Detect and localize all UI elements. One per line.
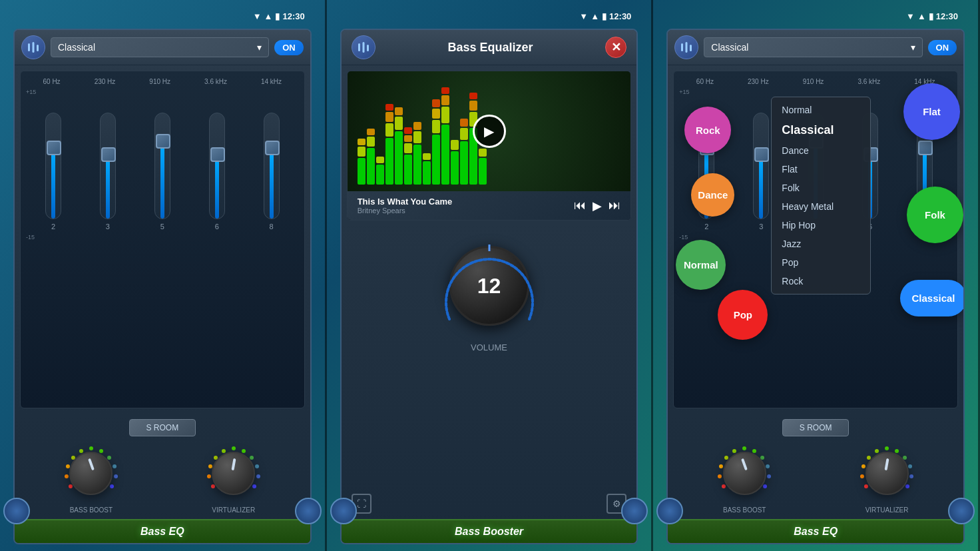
svg-point-41 <box>766 464 770 468</box>
left-bottom-nav: Bass EQ <box>15 519 310 543</box>
bubble-normal[interactable]: Normal <box>676 240 726 290</box>
play-small-btn[interactable]: ▶ <box>593 199 602 213</box>
dropdown-item-folk[interactable]: Folk <box>772 179 870 197</box>
svg-point-20 <box>232 446 236 450</box>
prev-btn[interactable]: ⏮ <box>574 199 586 213</box>
svg-point-37 <box>732 449 736 453</box>
middle-panel: ▼ ▲ ▮ 12:30 Bass Equalizer ✕ <box>327 0 654 551</box>
left-signal-icon: ▼ <box>253 11 262 21</box>
volume-knob-ring[interactable]: 12 <box>436 233 543 339</box>
svg-point-45 <box>860 474 864 478</box>
dropdown-item-pop[interactable]: Pop <box>772 253 870 272</box>
bubble-pop[interactable]: Pop <box>718 290 768 340</box>
left-time: 12:30 <box>282 11 304 21</box>
right-equalizer-icon <box>680 41 693 54</box>
left-preset-dropdown[interactable]: Classical ▾ <box>51 37 269 57</box>
right-app-container: Classical ▾ ON 60 Hz 230 Hz 910 Hz 3.6 k… <box>666 29 965 544</box>
bubble-classical[interactable]: Classical <box>900 280 965 316</box>
dropdown-item-jazz[interactable]: Jazz <box>772 235 870 253</box>
svg-rect-26 <box>358 43 360 51</box>
bubble-folk[interactable]: Folk <box>907 187 963 243</box>
left-virtualizer-knob[interactable]: VIRTUALIZER <box>204 443 264 514</box>
middle-network-icon: ▲ <box>591 11 599 21</box>
left-bass-boost-knob[interactable]: BASS BOOST <box>61 443 121 514</box>
settings-icon: ⚙ <box>612 498 621 509</box>
dropdown-item-normal[interactable]: Normal <box>772 101 870 119</box>
svg-point-4 <box>69 484 73 488</box>
right-toggle[interactable]: ON <box>928 40 957 55</box>
middle-status-bar: ▼ ▲ ▮ 12:30 <box>340 7 638 25</box>
left-preset-label: Classical <box>58 42 95 53</box>
left-panel: ▼ ▲ ▮ 12:30 Classical ▾ ON <box>0 0 327 551</box>
dropdown-item-hip-hop[interactable]: Hip Hop <box>772 216 870 235</box>
left-virtualizer-label: VIRTUALIZER <box>212 506 255 514</box>
media-player: ▶ This Is What You Came Britney Spears ⏮… <box>347 71 632 221</box>
right-virtualizer-knob[interactable]: VIRTUALIZER <box>857 443 917 514</box>
song-artist: Britney Spears <box>358 207 453 215</box>
song-info-bar: This Is What You Came Britney Spears ⏮ ▶… <box>348 191 631 220</box>
left-eq-icon-btn[interactable] <box>21 35 45 59</box>
left-slider-60hz[interactable]: 2 <box>45 113 61 231</box>
right-time: 12:30 <box>936 11 958 21</box>
left-corner-deco-left <box>3 498 30 524</box>
left-s-room-btn[interactable]: S ROOM <box>129 419 196 436</box>
dropdown-item-flat[interactable]: Flat <box>772 160 870 179</box>
play-btn[interactable]: ▶ <box>473 115 506 148</box>
left-sliders-area: 60 Hz 230 Hz 910 Hz 3.6 kHz 14 kHz +15 <box>20 71 305 408</box>
left-toggle[interactable]: ON <box>274 40 304 55</box>
right-chevron-icon: ▾ <box>911 42 915 53</box>
bubble-flat[interactable]: Flat <box>903 83 960 140</box>
booster-bottom-bar: ⛶ ⚙ <box>342 488 637 519</box>
left-status-bar: ▼ ▲ ▮ 12:30 <box>13 7 312 25</box>
dropdown-item-classical[interactable]: Classical <box>772 119 870 141</box>
left-equalizer-icon <box>27 41 40 54</box>
next-btn[interactable]: ⏭ <box>609 199 620 213</box>
booster-title: Bass Equalizer <box>447 41 533 55</box>
right-eq-icon-btn[interactable] <box>674 35 698 59</box>
right-preset-dropdown-menu[interactable]: Normal Classical Dance Flat Folk Heavy M… <box>771 97 871 294</box>
svg-rect-30 <box>681 43 683 51</box>
right-preset-dropdown[interactable]: Classical ▾ <box>704 37 922 57</box>
left-bass-boost-knob-body[interactable] <box>69 452 113 495</box>
svg-point-49 <box>885 446 889 450</box>
svg-point-42 <box>767 474 771 478</box>
left-slider-910hz[interactable]: 5 <box>154 113 170 231</box>
dropdown-item-dance[interactable]: Dance <box>772 141 870 160</box>
bubble-dance[interactable]: Dance <box>691 173 734 217</box>
middle-app-container: Bass Equalizer ✕ <box>340 29 638 544</box>
middle-corner-deco-left <box>330 498 357 524</box>
right-slider-230hz[interactable]: 3 <box>753 113 769 231</box>
right-bass-boost-knob-body[interactable] <box>723 452 766 495</box>
svg-point-16 <box>207 474 211 478</box>
left-slider-3600hz[interactable]: 6 <box>209 113 225 231</box>
svg-point-12 <box>113 464 117 468</box>
svg-point-13 <box>114 474 118 478</box>
right-virtualizer-knob-body[interactable] <box>865 452 909 495</box>
svg-rect-31 <box>686 42 688 53</box>
dropdown-item-rock[interactable]: Rock <box>772 272 870 290</box>
svg-rect-27 <box>362 42 364 53</box>
close-btn[interactable]: ✕ <box>605 37 626 58</box>
left-chevron-icon: ▾ <box>257 42 262 53</box>
left-slider-14khz[interactable]: 8 <box>264 113 280 231</box>
left-app-container: Classical ▾ ON 60 Hz 230 Hz 910 Hz 3.6 k… <box>13 29 312 544</box>
booster-eq-icon-btn[interactable] <box>352 35 375 59</box>
svg-point-43 <box>763 484 767 488</box>
bubble-rock[interactable]: Rock <box>684 107 731 153</box>
right-s-room-btn[interactable]: S ROOM <box>782 419 849 436</box>
svg-point-17 <box>208 464 212 468</box>
right-corner-deco-right <box>948 498 975 524</box>
right-knobs-row: BASS BOOST <box>673 443 958 514</box>
svg-point-24 <box>256 474 260 478</box>
dropdown-item-heavy-metal[interactable]: Heavy Metal <box>772 197 870 216</box>
svg-point-52 <box>908 464 912 468</box>
close-icon: ✕ <box>611 40 621 55</box>
svg-point-25 <box>252 484 256 488</box>
right-nav-title: Bass EQ <box>794 526 838 537</box>
left-virtualizer-knob-body[interactable] <box>212 452 255 495</box>
right-bass-boost-knob[interactable]: BASS BOOST <box>714 443 774 514</box>
left-slider-230hz[interactable]: 3 <box>100 113 116 231</box>
middle-bottom-nav: Bass Booster <box>342 519 637 543</box>
resize-icon: ⛶ <box>357 498 366 509</box>
media-controls: ⏮ ▶ ⏭ <box>574 199 620 213</box>
